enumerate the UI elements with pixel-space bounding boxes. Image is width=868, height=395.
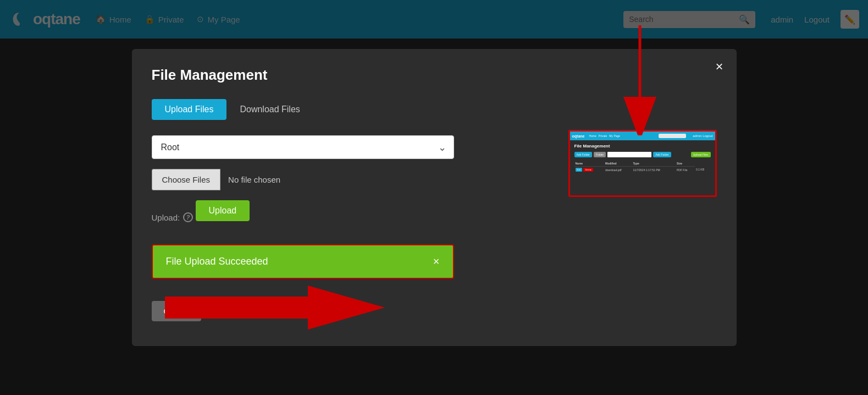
upload-label-row: Upload: ? Upload (152, 200, 552, 234)
preview-cell-btns: Edit Delete (574, 167, 605, 173)
preview-col-size: Size (676, 161, 695, 167)
preview-table: Name Modified Type Size (574, 161, 711, 173)
page-background: oqtane 🏠 Home 🔒 Private ⊙ My Page 🔍 admi… (0, 0, 868, 395)
preview-col-type: Type (632, 161, 676, 167)
cancel-button[interactable]: Cancel (152, 301, 202, 321)
modal-left-panel: Root ⌄ Choose Files No file chosen Uplo (152, 135, 552, 321)
help-icon[interactable]: ? (183, 212, 193, 222)
preview-col-modified: Modified (604, 161, 632, 167)
success-close-button[interactable]: × (433, 255, 440, 268)
preview-thumbnail: oqtane HomePrivateMy Page admin Logout F… (568, 130, 717, 197)
upload-label: Upload: ? (152, 212, 196, 222)
preview-input (607, 152, 651, 157)
preview-cell-size: 0.1 KB (695, 167, 710, 173)
no-file-label: No file chosen (220, 169, 288, 190)
folder-select-row: Root ⌄ (152, 135, 552, 159)
preview-cell-type: PDF File (676, 167, 695, 173)
modal-tabs: Upload Files Download Files (152, 99, 717, 120)
modal-close-button[interactable]: × (715, 60, 723, 73)
file-input-area: Choose Files No file chosen (152, 169, 552, 190)
preview-col-name: Name (574, 161, 605, 167)
file-management-modal: File Management × Upload Files Download … (132, 49, 737, 346)
preview-logo: oqtane (572, 134, 585, 138)
success-banner: File Upload Succeeded × (152, 244, 454, 279)
folder-select-wrap: Root ⌄ (152, 135, 454, 159)
preview-content: File Management Add Folder Folder Add Fo… (570, 140, 715, 195)
modal-overlay: File Management × Upload Files Download … (0, 0, 868, 395)
preview-delete-btn: Delete (583, 168, 593, 172)
upload-button[interactable]: Upload (196, 200, 250, 221)
preview-edit-btn: Edit (576, 168, 583, 172)
tab-upload-files[interactable]: Upload Files (152, 99, 227, 120)
modal-title: File Management (152, 67, 717, 84)
preview-search (659, 134, 686, 138)
preview-btn1: Add Folder (574, 152, 592, 157)
folder-select[interactable]: Root (152, 135, 454, 159)
modal-right-panel: oqtane HomePrivateMy Page admin Logout F… (563, 135, 717, 321)
preview-btn3: Add Folder (653, 152, 671, 157)
preview-topbar: oqtane HomePrivateMy Page admin Logout (570, 131, 715, 140)
preview-nav: HomePrivateMy Page (589, 134, 620, 138)
preview-btn2: Folder (594, 152, 606, 157)
preview-modal-title: File Management (574, 144, 711, 149)
preview-toolbar: Add Folder Folder Add Folder Upload File… (574, 152, 711, 157)
cancel-row: Cancel (152, 292, 552, 321)
success-message: File Upload Succeeded (166, 256, 268, 267)
preview-btn-upload: Upload Files (691, 152, 711, 157)
choose-files-button[interactable]: Choose Files (152, 169, 221, 190)
preview-cell-name: download.pdf (604, 167, 632, 173)
preview-cell-modified: 11/7/2024 1:17:51 PM (632, 167, 676, 173)
modal-content: Root ⌄ Choose Files No file chosen Uplo (152, 135, 717, 321)
table-row: Edit Delete download.pdf 11/7/2024 1:17:… (574, 167, 711, 173)
tab-download-files[interactable]: Download Files (226, 99, 313, 120)
